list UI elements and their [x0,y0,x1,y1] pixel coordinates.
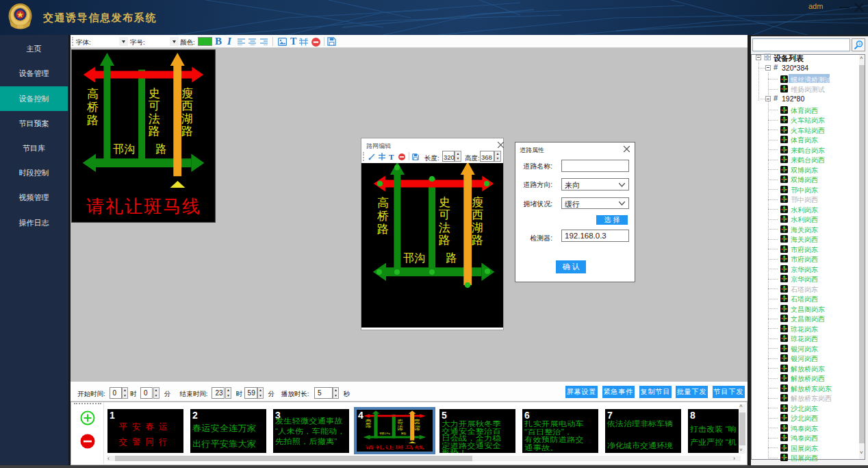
svg-text:请礼让斑马线: 请礼让斑马线 [86,196,201,217]
svg-text:3: 3 [858,42,861,46]
